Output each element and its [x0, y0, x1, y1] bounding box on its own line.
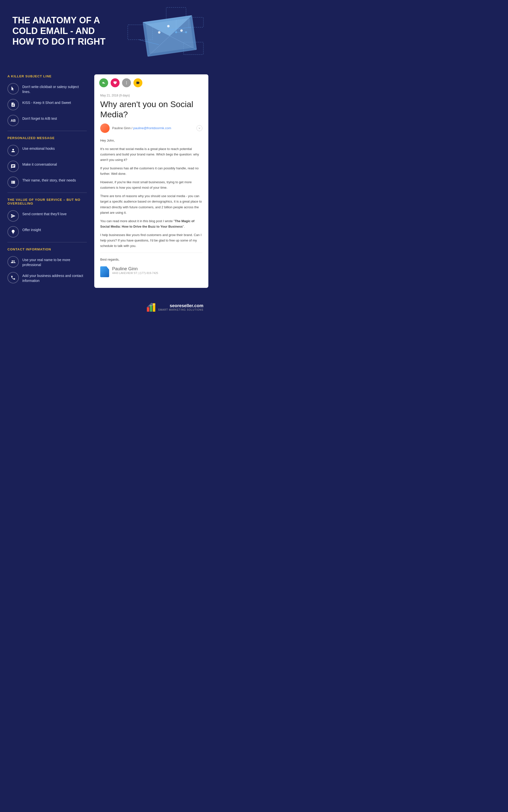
item-text: Don't write clickbait or salesy subject …	[22, 83, 87, 94]
footer: seoreseller.com SMART MARKETING SOLUTION…	[0, 298, 213, 317]
section-title-contact: CONTACT INFORMATION	[7, 247, 87, 251]
email-body: May 21, 2018 (9 days) Why aren't you on …	[94, 91, 208, 285]
person-icon	[7, 145, 19, 156]
list-item: Use emotional hooks	[7, 145, 87, 156]
svg-point-20	[126, 84, 127, 84]
list-item: Use your real name to be more profession…	[7, 256, 87, 268]
list-icon	[7, 177, 19, 188]
logo-name: seoreseller.com	[158, 303, 203, 308]
seoreseller-logo-icon	[147, 303, 156, 312]
svg-point-18	[126, 81, 127, 82]
label-button[interactable]	[133, 78, 142, 87]
sig-address: 4443 LAKEVIEW ST | (177)-919-7425	[112, 271, 158, 274]
sig-name: Pauline Ginn	[112, 266, 158, 271]
people-icon	[7, 256, 19, 268]
list-item: Send content that they'll love	[7, 210, 87, 222]
subject-line-section: A KILLER SUBJECT LINE Don't write clickb…	[7, 74, 87, 126]
list-item: AB Don't forget to A/B test	[7, 115, 87, 126]
sig-icon	[100, 266, 109, 277]
reply-button[interactable]	[99, 78, 108, 87]
email-paragraph-1: It's no secret that social media is a gr…	[100, 146, 202, 163]
sender-info: Pauline Ginn / pauline@frontdoormk.com	[112, 126, 171, 130]
item-text: Offer insight	[22, 226, 41, 233]
email-signature: Pauline Ginn 4443 LAKEVIEW ST | (177)-91…	[100, 266, 202, 277]
section-title-subject: A KILLER SUBJECT LINE	[7, 74, 87, 78]
list-item: Don't write clickbait or salesy subject …	[7, 83, 87, 94]
main-title: THE ANATOMY OF A COLD EMAIL - AND HOW TO…	[12, 15, 107, 47]
menu-button[interactable]	[122, 78, 131, 87]
email-date: May 21, 2018 (9 days)	[100, 94, 202, 97]
item-text: Use emotional hooks	[22, 145, 55, 151]
email-toolbar	[94, 74, 208, 91]
list-item: KISS - Keep It Short and Sweet	[7, 99, 87, 110]
left-column: A KILLER SUBJECT LINE Don't write clickb…	[5, 74, 89, 288]
bulb-icon	[7, 226, 19, 237]
item-text: Use your real name to be more profession…	[22, 256, 87, 267]
item-text: Their name, their story, their needs	[22, 177, 76, 183]
svg-rect-21	[147, 307, 149, 312]
favorite-button[interactable]	[111, 78, 120, 87]
logo-tagline: SMART MARKETING SOLUTIONS	[158, 308, 203, 311]
item-text: Add your business address and contact in…	[22, 272, 87, 283]
email-mockup: May 21, 2018 (9 days) Why aren't you on …	[94, 74, 208, 288]
email-divider	[100, 253, 202, 253]
email-closing: Best regards,	[100, 257, 202, 262]
item-text: Don't forget to A/B test	[22, 115, 57, 121]
list-item: Add your business address and contact in…	[7, 272, 87, 283]
personalized-section: PERSONALIZED MESSAGE Use emotional hooks…	[7, 136, 87, 188]
item-text: Make it conversational	[22, 161, 57, 167]
section-title-value: THE VALUE OF YOUR SERVICE – BUT NO OVERS…	[7, 198, 87, 205]
sender-name: Pauline Ginn	[112, 126, 130, 130]
email-paragraph-5: You can read more about it in this blog …	[100, 218, 202, 229]
list-item: Offer insight	[7, 226, 87, 237]
email-paragraph-2: If your business has all the customers i…	[100, 166, 202, 177]
expand-icon[interactable]	[197, 125, 202, 131]
svg-point-19	[126, 83, 127, 83]
logo-text: seoreseller.com SMART MARKETING SOLUTION…	[158, 303, 203, 311]
sender-email: pauline@frontdoormk.com	[133, 126, 171, 130]
email-paragraph-4: There are tons of reasons why you should…	[100, 193, 202, 215]
value-section: THE VALUE OF YOUR SERVICE – BUT NO OVERS…	[7, 198, 87, 237]
doc-icon	[7, 99, 19, 110]
send-icon	[7, 210, 19, 222]
contact-section: CONTACT INFORMATION Use your real name t…	[7, 247, 87, 283]
divider	[7, 242, 87, 242]
sig-details: Pauline Ginn 4443 LAKEVIEW ST | (177)-91…	[112, 266, 158, 274]
main-content: A KILLER SUBJECT LINE Don't write clickb…	[0, 70, 213, 298]
item-text: KISS - Keep It Short and Sweet	[22, 99, 71, 105]
sender-avatar	[100, 124, 110, 133]
email-subject: Why aren't you on Social Media?	[100, 99, 202, 120]
email-illustration	[127, 5, 206, 64]
email-sender-row: Pauline Ginn / pauline@frontdoormk.com	[100, 124, 202, 133]
email-paragraph-6: I help businesses like yours find custom…	[100, 232, 202, 249]
section-title-personalized: PERSONALIZED MESSAGE	[7, 136, 87, 140]
svg-rect-12	[145, 18, 194, 54]
chat-icon	[7, 161, 19, 172]
header: THE ANATOMY OF A COLD EMAIL - AND HOW TO…	[0, 0, 213, 70]
divider	[7, 131, 87, 131]
item-text: Send content that they'll love	[22, 210, 67, 217]
ab-icon: AB	[7, 115, 19, 126]
cursor-icon	[7, 83, 19, 94]
phone-icon	[7, 272, 19, 283]
list-item: Make it conversational	[7, 161, 87, 172]
divider	[7, 192, 87, 193]
list-item: Their name, their story, their needs	[7, 177, 87, 188]
email-greeting: Hey John,	[100, 138, 202, 143]
email-paragraph-3: However, if you're like most small busin…	[100, 180, 202, 190]
